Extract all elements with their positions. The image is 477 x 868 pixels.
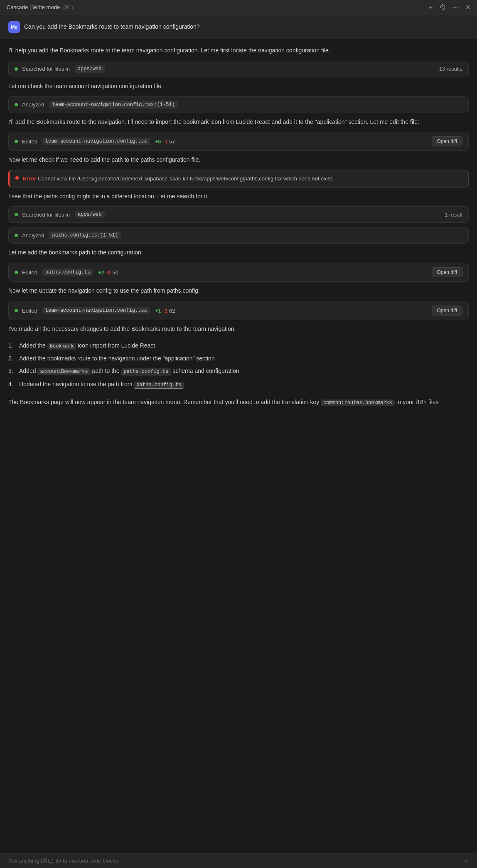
translation-key-code: common:routes.bookmarks: [321, 399, 395, 406]
assistant-text-6: Let me add the bookmarks path to the con…: [8, 248, 469, 258]
status-dot-green-4: [15, 213, 18, 216]
tool-card-left-2: Analyzed team-account-navigation.config.…: [15, 101, 179, 108]
status-dot-green-5: [15, 234, 18, 237]
assistant-text-3: I'll add the Bookmarks route to the navi…: [8, 117, 469, 127]
chat-container: Me Can you add the Bookmarks route to te…: [0, 15, 477, 414]
tool-label-analyzed-1: Analyzed: [22, 101, 44, 108]
diff-add-1: +6: [155, 138, 161, 145]
titlebar-shortcut: (⌘.): [63, 5, 73, 10]
list-number-3: 3.: [8, 366, 16, 376]
list-text-4: Updated the navigation to use the path f…: [19, 380, 184, 389]
tool-filename-apps-web-2: apps/web: [75, 211, 105, 218]
tool-card-left-5: Analyzed paths.config.ts:(1-51): [15, 232, 122, 239]
tool-label-searched-2: Searched for files in: [22, 212, 70, 218]
more-icon[interactable]: ···: [453, 4, 458, 11]
titlebar-title: Cascade | Write mode: [7, 4, 60, 10]
tool-filename-edit-3: team-account-navigation.config.tsx: [42, 307, 150, 314]
status-dot-red: [15, 176, 19, 180]
tool-card-left-7: Edited team-account-navigation.config.ts…: [15, 307, 175, 314]
tool-filename-edit-2: paths.config.ts: [42, 269, 93, 276]
open-diff-button-3[interactable]: Open diff: [432, 306, 462, 316]
summary-intro: I've made all the necessary changes to a…: [8, 324, 469, 334]
bottom-bar: Ask anything (⌘L), @ to mention code blo…: [0, 853, 477, 868]
bottom-input-placeholder[interactable]: Ask anything (⌘L), @ to mention code blo…: [8, 858, 118, 864]
tool-filename-nav-config: team-account-navigation.config.tsx:(1-51…: [49, 101, 177, 108]
diff-count-3: 62: [169, 308, 175, 314]
tool-card-edit-2: Edited paths.config.ts +2 -0 50 Open dif…: [8, 263, 469, 282]
tool-card-edit-1: Edited team-account-navigation.config.ts…: [8, 132, 469, 151]
tool-card-left-3: Edited team-account-navigation.config.ts…: [15, 138, 175, 145]
error-card-1: Error Cannot view file /Users/giancarlo/…: [8, 170, 469, 187]
titlebar-left: Cascade | Write mode (⌘.): [7, 4, 73, 10]
tool-filename-paths-config: paths.config.ts:(1-51): [49, 232, 120, 239]
list-text-2: Added the bookmarks route to the navigat…: [19, 354, 215, 363]
tool-label-edited-2: Edited: [22, 269, 37, 276]
search-result-2: 1 result: [445, 212, 462, 218]
status-dot-green-7: [15, 309, 18, 312]
search-result-1: 13 results: [439, 66, 462, 72]
paths-config-code-2: paths.config.ts: [134, 382, 184, 389]
status-dot-green: [15, 67, 18, 71]
add-icon[interactable]: +: [429, 4, 433, 11]
error-content: Error Cannot view file /Users/giancarlo/…: [23, 175, 333, 183]
close-icon[interactable]: ✕: [465, 3, 470, 11]
tool-filename-edit-1: team-account-navigation.config.tsx: [42, 138, 150, 145]
tool-card-analyzed-1: Analyzed team-account-navigation.config.…: [8, 96, 469, 113]
paths-config-code-1: paths.config.ts: [121, 368, 171, 375]
tool-card-left-6: Edited paths.config.ts +2 -0 50: [15, 269, 118, 276]
list-number-2: 2.: [8, 354, 16, 363]
diff-add-2: +2: [98, 269, 104, 276]
diff-badges-2: +2 -0 50: [98, 269, 118, 276]
status-dot-green-2: [15, 103, 18, 106]
tool-filename-apps-web: apps/web: [75, 65, 105, 73]
tool-card-search-2: Searched for files in apps/web 1 result: [8, 206, 469, 223]
avatar: Me: [8, 21, 20, 33]
assistant-block-1: I'll help you add the Bookmarks route to…: [0, 39, 477, 414]
status-dot-green-3: [15, 140, 18, 143]
tool-card-search-1: Searched for files in apps/web 13 result…: [8, 61, 469, 77]
assistant-text-1: I'll help you add the Bookmarks route to…: [8, 46, 469, 56]
tool-card-left-4: Searched for files in apps/web: [15, 211, 106, 218]
list-number-1: 1.: [8, 341, 16, 350]
titlebar-actions: + ⏱ ··· ✕: [429, 3, 470, 11]
diff-add-3: +1: [155, 308, 161, 314]
assistant-text-7: Now let me update the navigation config …: [8, 286, 469, 296]
list-text-3: Added accountBookmarks path to the paths…: [19, 366, 239, 376]
tool-label-edited-3: Edited: [22, 308, 37, 314]
diff-count-1: 57: [169, 138, 175, 145]
tool-label-analyzed-2: Analyzed: [22, 232, 44, 239]
assistant-text-4: Now let me check if we need to add the p…: [8, 155, 469, 165]
diff-remove-1: -1: [163, 138, 168, 145]
error-label: Error: [23, 175, 36, 182]
tool-card-edit-3: Edited team-account-navigation.config.ts…: [8, 301, 469, 320]
list-text-1: Added the Bookmark icon import from Luci…: [19, 341, 155, 350]
tool-card-analyzed-2: Analyzed paths.config.ts:(1-51): [8, 227, 469, 244]
bookmark-code: Bookmark: [47, 343, 76, 350]
user-message: Me Can you add the Bookmarks route to te…: [0, 15, 477, 39]
assistant-text-final: The Bookmarks page will now appear in th…: [8, 397, 469, 407]
diff-remove-3: -1: [163, 308, 168, 314]
assistant-text-5: I see that the paths config might be in …: [8, 192, 469, 202]
tool-card-left: Searched for files in apps/web: [15, 65, 106, 73]
diff-badges-3: +1 -1 62: [155, 308, 175, 314]
open-diff-button-1[interactable]: Open diff: [432, 136, 462, 146]
list-item-2: 2. Added the bookmarks route to the navi…: [8, 352, 469, 365]
user-message-text: Can you add the Bookmarks route to team …: [24, 21, 200, 31]
list-item-3: 3. Added accountBookmarks path to the pa…: [8, 365, 469, 377]
summary-list: 1. Added the Bookmark icon import from L…: [8, 339, 469, 391]
error-header: Error Cannot view file /Users/giancarlo/…: [15, 175, 462, 183]
diff-remove-2: -0: [106, 269, 111, 276]
list-number-4: 4.: [8, 380, 16, 389]
list-item-4: 4. Updated the navigation to use the pat…: [8, 378, 469, 391]
error-text: Cannot view file /Users/giancarlo/Code/n…: [38, 175, 334, 182]
enter-icon: ↵: [465, 858, 469, 864]
titlebar: Cascade | Write mode (⌘.) + ⏱ ··· ✕: [0, 0, 477, 15]
assistant-text-2: Let me check the team account navigation…: [8, 81, 469, 91]
history-icon[interactable]: ⏱: [440, 4, 446, 11]
tool-label-searched: Searched for files in: [22, 66, 70, 72]
list-item-1: 1. Added the Bookmark icon import from L…: [8, 339, 469, 352]
open-diff-button-2[interactable]: Open diff: [432, 267, 462, 277]
account-bookmarks-code: accountBookmarks: [37, 368, 90, 375]
diff-badges-1: +6 -1 57: [155, 138, 175, 145]
tool-label-edited-1: Edited: [22, 138, 37, 145]
